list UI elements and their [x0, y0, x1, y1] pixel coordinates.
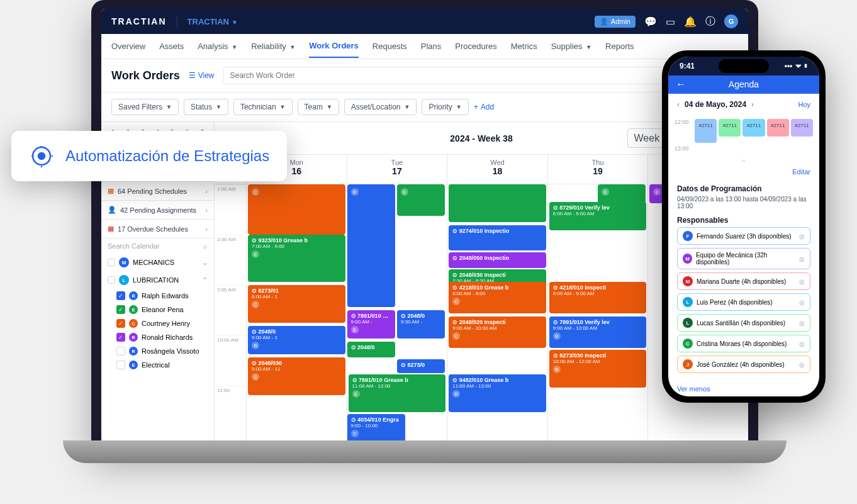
- admin-badge[interactable]: 👤Admin: [595, 16, 636, 28]
- calendar-event[interactable]: ⊙ 2048/0309:00 AM - 11C: [248, 357, 345, 395]
- pending-schedules[interactable]: ▦64 Pending Schedules›: [101, 181, 214, 200]
- filter-status[interactable]: Status ▼: [184, 99, 228, 115]
- calendar-event[interactable]: ⊙ 9323/010 Grease b7:00 AM - 9:00E: [248, 235, 345, 282]
- calendar-event[interactable]: ⊙ 2048/0: [347, 342, 395, 357]
- eye-icon[interactable]: ◎: [799, 320, 805, 327]
- nav-reliability[interactable]: Reliability ▼: [251, 35, 295, 57]
- calendar-event[interactable]: ⊙ 7891/010 Verify lev9:00 AM - 10:00 AMR: [549, 316, 647, 348]
- calendar-event[interactable]: ⊙ 9274/010 Inspectio: [449, 225, 546, 250]
- responsible-item[interactable]: LLuis Perez (4h disponibles)◎: [677, 293, 810, 311]
- checkbox[interactable]: ✓: [116, 291, 125, 300]
- bell-icon[interactable]: 🔔: [684, 16, 697, 28]
- calendar-person[interactable]: ✓RRonald Richards: [101, 330, 214, 344]
- responsible-item[interactable]: MEquipo de Mecánica (32h disponibles)◎: [677, 248, 810, 269]
- calendar-event[interactable]: ⊙ 7891/010 Grease b11:00 AM - 12:00E: [349, 374, 446, 412]
- day-column[interactable]: C⊙ 9323/010 Grease b7:00 AM - 9:00E⊙ 827…: [246, 184, 347, 453]
- checkbox[interactable]: ✓: [116, 319, 125, 328]
- calendar-event[interactable]: ⊙ 4218/010 Inspecti8:00 AM - 9:00 AM: [549, 282, 647, 313]
- calendar-group[interactable]: MMECHANICS⌄: [101, 254, 214, 271]
- nav-reports[interactable]: Reports: [605, 35, 634, 57]
- phone-timeline[interactable]: 12:00 #2711#2711#2711#2711#2711 13:00: [668, 115, 819, 158]
- nav-plans[interactable]: Plans: [421, 35, 442, 57]
- timeline-block[interactable]: #2711: [791, 119, 813, 137]
- eye-icon[interactable]: ◎: [799, 340, 805, 347]
- day-column[interactable]: RE⊙ 7891/010 Grease b9:00 AM -E⊙ 2048/09…: [347, 184, 447, 453]
- nav-supplies[interactable]: Supplies ▼: [551, 35, 591, 57]
- timeline-block[interactable]: #2711: [719, 119, 741, 137]
- back-button[interactable]: ←: [676, 79, 686, 90]
- calendar-event[interactable]: ⊙ 8729/010 Verify lev6:00 AM - 8:00 AM: [549, 202, 647, 230]
- overdue-schedules[interactable]: ▦17 Overdue Schedules›: [101, 219, 214, 238]
- calendar-event[interactable]: ⊙ 9482/010 Grease b11:00 AM - 13:00R: [449, 374, 546, 412]
- calendar-search[interactable]: Search Calendar⌕: [101, 238, 214, 254]
- day-column[interactable]: ⊙ 9274/010 Inspectio⊙ 2048/050 Inspectio…: [447, 184, 547, 453]
- nav-work-orders[interactable]: Work Orders: [309, 35, 359, 58]
- calendar-person[interactable]: EElectrical: [101, 358, 214, 372]
- responsible-item[interactable]: JJosé González (4h disponibles)◎: [677, 356, 810, 373]
- nav-requests[interactable]: Requests: [372, 35, 407, 57]
- calendar-group[interactable]: LLUBRICATION⌃: [101, 271, 214, 289]
- calendar-event[interactable]: ⊙ 4034/010 Engra9:00 - 10:00Y: [347, 414, 405, 442]
- nav-assets[interactable]: Assets: [159, 35, 184, 57]
- calendar-event[interactable]: ⊙ 8273/030 Inspecti10:00 AM - 12:00 AMR: [549, 350, 647, 388]
- calendar-person[interactable]: ✓RRalph Edwards: [101, 289, 214, 303]
- checkbox[interactable]: [108, 259, 115, 266]
- view-toggle[interactable]: ☰ View: [189, 71, 215, 80]
- calendar-event[interactable]: ⊙ 8273/0: [397, 359, 445, 373]
- timeline-block[interactable]: #2711: [695, 119, 717, 143]
- calendar-event[interactable]: ⊙ 2048/09:00 AM - 1R: [248, 326, 345, 354]
- edit-button[interactable]: Editar: [668, 168, 819, 179]
- eye-icon[interactable]: ◎: [799, 255, 805, 262]
- calendar-person[interactable]: ✓CCourtney Henry: [101, 316, 214, 330]
- responsible-item[interactable]: FFernando Suarez (3h disponibles)◎: [677, 227, 810, 245]
- calendar-event[interactable]: ⊙ 8273/018:00 AM - 1C: [248, 285, 345, 323]
- calendar-person[interactable]: ✓EEleanor Pena: [101, 303, 214, 316]
- nav-procedures[interactable]: Procedures: [455, 35, 496, 57]
- filter-technician[interactable]: Technician ▼: [233, 99, 293, 115]
- eye-icon[interactable]: ◎: [799, 361, 805, 368]
- calendar-event[interactable]: C: [248, 184, 345, 235]
- day-header[interactable]: Wed18: [447, 155, 547, 184]
- checkbox[interactable]: [116, 347, 125, 356]
- expand-icon[interactable]: ⌃: [202, 276, 208, 284]
- nav-overview[interactable]: Overview: [111, 35, 145, 57]
- responsible-item[interactable]: CCristina Moraes (4h disponibles)◎: [677, 335, 810, 352]
- book-icon[interactable]: ▭: [666, 16, 675, 28]
- responsible-item[interactable]: LLucas Santillán (4h disponibles)◎: [677, 314, 810, 332]
- calendar-event[interactable]: ⊙ 2048/09:30 AM -: [397, 310, 445, 339]
- filter-asset-location[interactable]: Asset/Location ▼: [344, 99, 417, 115]
- add-filter-button[interactable]: + Add: [474, 103, 494, 111]
- day-header[interactable]: Tue17: [347, 155, 447, 184]
- expand-icon[interactable]: ⌄: [202, 259, 208, 267]
- responsible-item[interactable]: MMariana Duarte (4h disponibles)◎: [677, 272, 810, 290]
- filter-team[interactable]: Team ▼: [298, 99, 339, 115]
- nav-analysis[interactable]: Analysis ▼: [198, 35, 237, 57]
- drag-handle-icon[interactable]: ⌃: [668, 158, 819, 168]
- nav-metrics[interactable]: Metrics: [511, 35, 537, 57]
- checkbox[interactable]: [108, 276, 115, 284]
- calendar-event[interactable]: ⊙ 2048/050 Inspectio: [449, 252, 546, 268]
- filter-saved-filters[interactable]: Saved Filters ▼: [111, 99, 179, 115]
- calendar-event[interactable]: ⊙ 7891/010 Grease b9:00 AM -E: [347, 310, 395, 339]
- calendar-event[interactable]: [449, 184, 546, 222]
- eye-icon[interactable]: ◎: [799, 278, 805, 285]
- avatar[interactable]: G: [724, 14, 738, 28]
- checkbox[interactable]: ✓: [116, 333, 125, 342]
- eye-icon[interactable]: ◎: [799, 299, 805, 306]
- day-column[interactable]: E⊙ 8729/010 Verify lev6:00 AM - 8:00 AM⊙…: [547, 184, 648, 453]
- timeline-block[interactable]: #2711: [767, 119, 789, 137]
- next-day[interactable]: ›: [751, 100, 754, 109]
- calendar-event[interactable]: R: [347, 184, 395, 307]
- company-selector[interactable]: TRACTIAN▼: [188, 17, 238, 26]
- pending-assignments[interactable]: 👤42 Pending Assignments›: [101, 200, 214, 219]
- search-input[interactable]: [223, 67, 739, 84]
- prev-day[interactable]: ‹: [677, 100, 680, 109]
- calendar-event[interactable]: ⊙ 4218/010 Grease b8:00 AM - 9:00C: [449, 282, 546, 313]
- info-icon[interactable]: ⓘ: [705, 15, 715, 28]
- calendar-event[interactable]: E: [397, 184, 445, 216]
- chat-icon[interactable]: 💬: [644, 16, 657, 28]
- day-header[interactable]: Thu19: [547, 155, 648, 184]
- checkbox[interactable]: [116, 361, 125, 369]
- today-button[interactable]: Hoy: [798, 101, 810, 108]
- calendar-event[interactable]: ⊙ 2048/020 Inspecti9:00 AM - 10:00 AMC: [449, 316, 546, 348]
